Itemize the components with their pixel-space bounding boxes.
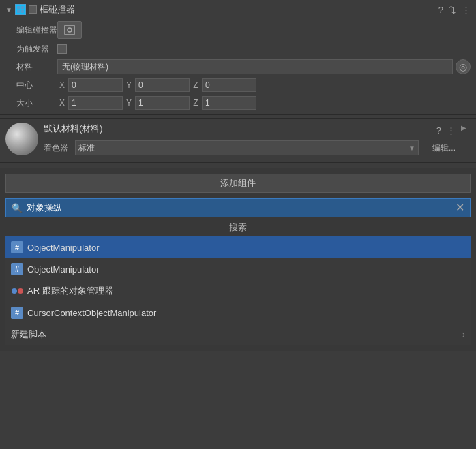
trigger-checkbox[interactable] <box>57 44 67 54</box>
shader-label: 着色器 <box>44 142 71 154</box>
box-collider-panel: ▼ 框碰撞器 ? ⇅ ⋮ 编辑碰撞器 为触发器 <box>0 0 476 112</box>
result-text-2: AR 跟踪的对象管理器 <box>27 285 113 297</box>
center-x-label: X <box>57 80 67 90</box>
result-item-2[interactable]: AR 跟踪的对象管理器 <box>5 280 471 302</box>
center-x-input[interactable]: 0 <box>68 78 123 92</box>
center-y-input[interactable]: 0 <box>135 78 190 92</box>
size-z-label: Z <box>191 98 200 108</box>
result-text-3: CursorContextObjectManipulator <box>27 308 156 318</box>
collapse-arrow[interactable]: ▼ <box>5 6 12 14</box>
size-x-input[interactable]: 1 <box>68 96 123 110</box>
hash-icon-3: # <box>11 307 23 319</box>
material-property-row: 材料 无(物理材料) ◎ <box>0 57 476 76</box>
svg-point-4 <box>68 28 72 32</box>
material-label: 材料 <box>16 61 57 73</box>
dropdown-arrow-icon: ▼ <box>408 144 415 152</box>
result-text-1: ObjectManipulator <box>27 264 100 275</box>
edit-collider-row: 编辑碰撞器 <box>0 19 476 41</box>
search-icon: 🔍 <box>12 203 23 213</box>
material-section-name: 默认材料(材料) <box>44 123 103 135</box>
collider-icon <box>15 4 26 15</box>
center-row: 中心 X 0 Y 0 Z 0 <box>0 76 476 94</box>
component-title: 框碰撞器 <box>40 3 436 16</box>
result-text-0: ObjectManipulator <box>27 243 100 253</box>
material-select-button[interactable]: ◎ <box>456 59 471 74</box>
center-label: 中心 <box>16 80 57 91</box>
material-sphere <box>5 123 38 155</box>
result-item-3[interactable]: # CursorContextObjectManipulator <box>5 302 471 324</box>
size-row: 大小 X 1 Y 1 Z 1 <box>0 94 476 112</box>
result-icon-3: # <box>11 307 23 319</box>
result-icon-0: # <box>11 241 23 253</box>
search-box[interactable]: 🔍 对象操纵 ✕ <box>5 198 471 217</box>
add-component-section: 添加组件 🔍 对象操纵 ✕ 搜索 # ObjectManipulator # O… <box>0 168 476 351</box>
result-item-0[interactable]: # ObjectManipulator <box>5 236 471 258</box>
play-icon[interactable]: ▶ <box>461 124 471 131</box>
divider-2 <box>0 162 476 163</box>
search-clear-icon[interactable]: ✕ <box>456 202 464 213</box>
shader-edit-link[interactable]: 编辑... <box>432 142 456 154</box>
size-x-label: X <box>57 98 67 108</box>
hash-icon-0: # <box>11 241 23 253</box>
split-button[interactable]: ⇅ <box>449 5 456 15</box>
edit-collider-button[interactable] <box>57 21 82 39</box>
trigger-label: 为触发器 <box>16 44 57 55</box>
result-icon-2 <box>11 285 23 297</box>
divider-1 <box>0 114 476 115</box>
size-z-input[interactable]: 1 <box>202 96 256 110</box>
search-label: 搜索 <box>5 219 471 236</box>
material-field: 无(物理材料) <box>57 59 453 74</box>
more-button[interactable]: ⋮ <box>462 5 471 15</box>
shader-row: 着色器 标准 ▼ 编辑... <box>44 140 456 155</box>
svg-rect-3 <box>65 25 74 35</box>
result-list: # ObjectManipulator # ObjectManipulator … <box>5 236 471 345</box>
help-button[interactable]: ? <box>438 5 443 15</box>
hash-icon-1: # <box>11 263 23 275</box>
center-xyz: X 0 Y 0 Z 0 <box>57 78 256 92</box>
material-section: 默认材料(材料) ? ⋮ 着色器 标准 ▼ 编辑... ▶ <box>0 118 476 159</box>
header-buttons: ? ⇅ ⋮ <box>438 5 471 15</box>
create-script-label: 新建脚本 <box>11 328 46 341</box>
size-xyz: X 1 Y 1 Z 1 <box>57 96 256 110</box>
create-script-arrow-icon: › <box>462 330 465 339</box>
ar-icon <box>12 288 23 294</box>
material-more-button[interactable]: ⋮ <box>447 125 456 136</box>
center-z-input[interactable]: 0 <box>202 78 256 92</box>
material-help-button[interactable]: ? <box>436 125 441 136</box>
size-label: 大小 <box>16 97 57 109</box>
component-header: ▼ 框碰撞器 ? ⇅ ⋮ <box>0 0 476 19</box>
search-input[interactable]: 对象操纵 <box>27 202 451 214</box>
result-icon-1: # <box>11 263 23 275</box>
edit-label: 编辑碰撞器 <box>16 25 57 36</box>
result-item-1[interactable]: # ObjectManipulator <box>5 258 471 280</box>
shader-dropdown[interactable]: 标准 ▼ <box>75 140 419 155</box>
create-script-row[interactable]: 新建脚本 › <box>5 324 471 345</box>
trigger-row: 为触发器 <box>0 41 476 57</box>
size-y-input[interactable]: 1 <box>135 96 190 110</box>
center-y-label: Y <box>124 80 134 90</box>
enable-checkbox[interactable] <box>29 5 37 14</box>
center-z-label: Z <box>191 80 200 90</box>
size-y-label: Y <box>124 98 134 108</box>
add-component-button[interactable]: 添加组件 <box>5 174 471 193</box>
